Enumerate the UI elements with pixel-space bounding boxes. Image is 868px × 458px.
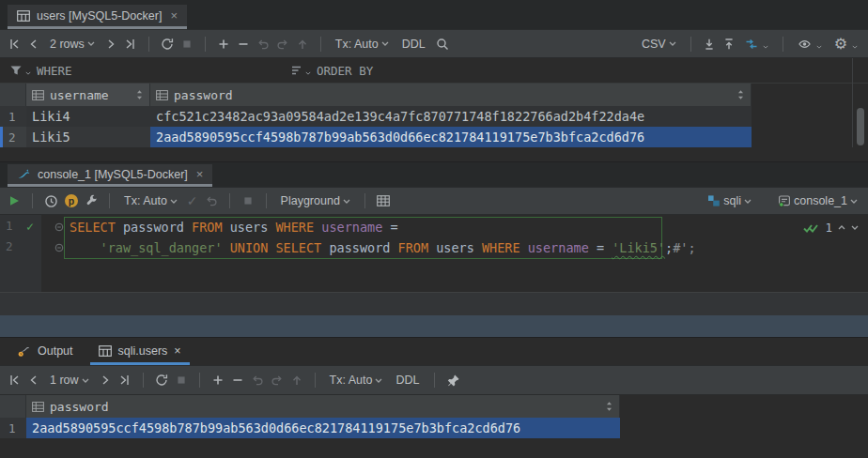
- column-header-username[interactable]: username: [26, 84, 150, 106]
- scrollbar-track[interactable]: [852, 58, 868, 147]
- tab-result-grid[interactable]: sqli.users ×: [90, 340, 190, 365]
- grid-header-row: password: [0, 395, 868, 418]
- redo-icon[interactable]: [271, 374, 284, 387]
- export-data-icon[interactable]: [703, 38, 716, 51]
- column-icon: [32, 90, 44, 100]
- row-number[interactable]: 1: [0, 106, 26, 127]
- add-row-icon[interactable]: [211, 374, 225, 387]
- tx-mode-dropdown[interactable]: Tx: Auto: [327, 372, 386, 389]
- chevron-down-icon: [850, 199, 858, 204]
- ddl-button[interactable]: DDL: [392, 374, 423, 387]
- schema-dropdown[interactable]: sqli: [705, 192, 754, 209]
- result-tab-bar: Output sqli.users ×: [0, 337, 868, 365]
- last-page-icon[interactable]: [124, 38, 137, 51]
- close-icon[interactable]: ×: [196, 167, 204, 181]
- redo-icon[interactable]: [276, 38, 289, 51]
- previous-page-icon[interactable]: [27, 38, 40, 51]
- cell-password[interactable]: cfc521c23482ac93a09584ad2e139c4a7fc87077…: [150, 106, 752, 127]
- history-icon[interactable]: [44, 194, 58, 208]
- code-line[interactable]: SELECT password FROM users WHERE usernam…: [70, 217, 398, 237]
- eye-icon: [798, 38, 812, 51]
- sql-editor[interactable]: 1 2 ✓ SELECT password FROM users WHERE u…: [0, 215, 868, 292]
- top-grid-toolbar: 2 rows Tx: Auto DDL CSV: [0, 29, 868, 58]
- sort-icon[interactable]: [605, 400, 613, 413]
- row-number[interactable]: 1: [0, 418, 26, 438]
- scrollbar-thumb[interactable]: [857, 108, 864, 145]
- output-mode-icon[interactable]: [377, 195, 390, 206]
- close-icon[interactable]: ×: [174, 344, 180, 358]
- page-size-dropdown[interactable]: 1 row: [47, 372, 92, 389]
- pin-icon[interactable]: [446, 374, 460, 388]
- fold-icon[interactable]: [54, 243, 64, 252]
- tab-output[interactable]: Output: [8, 340, 82, 365]
- close-icon[interactable]: ×: [170, 8, 178, 23]
- rollback-icon[interactable]: [205, 194, 218, 207]
- chevron-down-icon[interactable]: [851, 225, 859, 230]
- delete-row-icon[interactable]: [237, 38, 250, 51]
- chevron-down-icon: [87, 41, 95, 46]
- play-icon[interactable]: [8, 194, 21, 207]
- result-grid: password 1 2aad5890595ccf4598b787b99ab56…: [0, 395, 868, 438]
- tab-users-grid[interactable]: users [MySQL5-Docker] ×: [8, 5, 187, 29]
- parameters-icon[interactable]: p: [65, 194, 78, 207]
- chevron-down-icon: [343, 199, 350, 204]
- table-row: 1 Liki4 cfc521c23482ac93a09584ad2e139c4a…: [0, 106, 868, 127]
- upload-changes-icon[interactable]: [290, 374, 303, 387]
- row-number-header: [0, 395, 26, 418]
- result-toolbar: 1 row Tx: Auto DDL: [0, 365, 868, 395]
- revert-icon[interactable]: [251, 374, 264, 387]
- result-count: 1: [825, 221, 832, 235]
- fold-icon[interactable]: [54, 222, 64, 232]
- column-header-password[interactable]: password: [26, 395, 620, 418]
- kebab-icon[interactable]: [851, 168, 862, 181]
- line-number: 2: [6, 239, 13, 253]
- sort-icon[interactable]: [135, 88, 144, 101]
- column-header-password[interactable]: password: [150, 84, 752, 106]
- playground-dropdown[interactable]: Playground: [278, 192, 353, 209]
- import-data-icon[interactable]: [722, 38, 736, 51]
- view-options-button[interactable]: [795, 36, 825, 53]
- stop-icon[interactable]: [175, 374, 188, 387]
- add-row-icon[interactable]: [217, 38, 230, 51]
- ddl-button[interactable]: DDL: [398, 38, 429, 51]
- refresh-icon[interactable]: [161, 38, 174, 51]
- chevron-up-icon[interactable]: [838, 225, 845, 230]
- export-format-dropdown[interactable]: CSV: [639, 36, 679, 53]
- cell-password-selected[interactable]: 2aad5890595ccf4598b787b99ab563d0d66ec821…: [26, 418, 620, 438]
- revert-icon[interactable]: [256, 38, 270, 51]
- statement-success-icon: ✓: [26, 219, 34, 234]
- chevron-down-icon: [305, 71, 311, 75]
- tx-mode-dropdown[interactable]: Tx: Auto: [333, 36, 392, 53]
- commit-icon[interactable]: ✓: [187, 193, 198, 208]
- row-number[interactable]: 2: [0, 127, 26, 147]
- kebab-icon[interactable]: [851, 8, 862, 22]
- settings-button[interactable]: ⚙: [831, 36, 860, 53]
- next-page-icon[interactable]: [104, 38, 117, 51]
- tab-console[interactable]: console_1 [MySQL5-Docker] ×: [8, 164, 212, 187]
- sort-icon[interactable]: [736, 88, 745, 101]
- upload-changes-icon[interactable]: [296, 38, 309, 51]
- settings-wrench-icon[interactable]: [85, 194, 98, 207]
- refresh-icon[interactable]: [155, 374, 168, 387]
- stop-icon[interactable]: [180, 38, 194, 51]
- next-page-icon[interactable]: [99, 374, 112, 387]
- first-page-icon[interactable]: [8, 374, 21, 387]
- first-page-icon[interactable]: [8, 38, 21, 51]
- stop-icon[interactable]: [241, 194, 255, 207]
- cell-password-selected[interactable]: 2aad5890595ccf4598b787b99ab563d0d66ec821…: [150, 127, 752, 147]
- cell-username[interactable]: Liki4: [26, 106, 150, 127]
- splitter-bar[interactable]: [0, 315, 868, 337]
- tab-title: console_1 [MySQL5-Docker]: [38, 168, 188, 181]
- code-line[interactable]: 'raw_sql_danger' UNION SELECT password F…: [70, 237, 696, 258]
- tx-mode-dropdown[interactable]: Tx: Auto: [121, 192, 180, 209]
- order-by-input[interactable]: ORDER BY: [291, 64, 373, 78]
- page-size-dropdown[interactable]: 2 rows: [47, 36, 98, 53]
- cell-username[interactable]: Liki5: [26, 127, 150, 147]
- search-icon[interactable]: [436, 38, 449, 51]
- last-page-icon[interactable]: [118, 374, 132, 387]
- session-dropdown[interactable]: console_1: [775, 192, 860, 209]
- previous-page-icon[interactable]: [27, 374, 40, 387]
- compare-icon[interactable]: [742, 36, 771, 53]
- delete-row-icon[interactable]: [231, 374, 244, 387]
- where-filter-input[interactable]: WHERE: [9, 64, 72, 78]
